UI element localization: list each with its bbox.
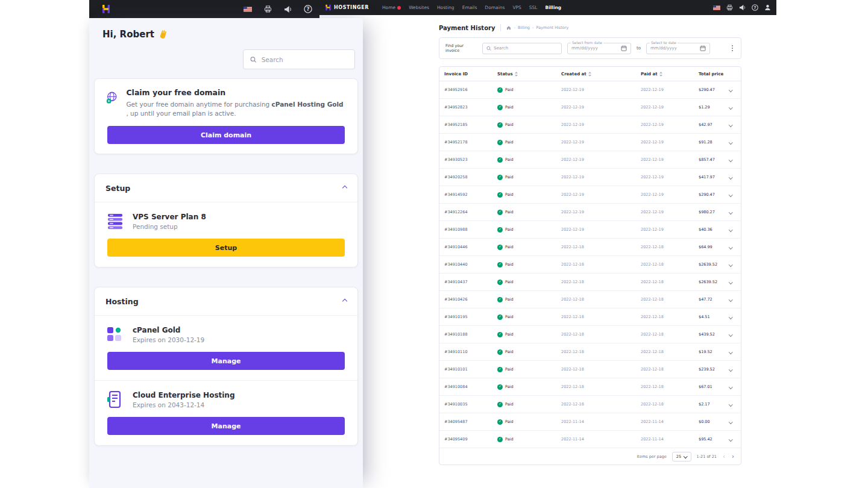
date-to-input[interactable]: Select to date mm/dd/yyyy — [646, 43, 710, 54]
expand-row-button[interactable] — [725, 228, 736, 231]
expand-row-button[interactable] — [725, 281, 736, 284]
calendar-icon — [700, 45, 706, 51]
expand-row-button[interactable] — [725, 386, 736, 389]
chevron-down-icon — [729, 298, 732, 301]
svg-text:?: ? — [306, 6, 309, 12]
created-at: 2022-12-18 — [561, 332, 641, 337]
nav-ssl[interactable]: SSL — [529, 5, 538, 10]
paid-at: 2022-12-18 — [641, 245, 699, 249]
expand-row-button[interactable] — [725, 176, 736, 179]
breadcrumb: › Billing › Payment History — [500, 24, 568, 31]
expand-row-button[interactable] — [725, 211, 736, 214]
col-total-price: Total price — [699, 72, 725, 77]
pagination-range: 1-21 of 21 — [697, 454, 717, 459]
date-to-value: mm/dd/yyyy — [650, 46, 677, 51]
page-size-select[interactable]: 25 — [672, 452, 691, 461]
announcements-button[interactable] — [284, 5, 292, 13]
col-created-at[interactable]: Created at — [561, 72, 641, 77]
profile-icon — [764, 4, 771, 11]
expand-row-button[interactable] — [725, 351, 736, 354]
total-price: $2639.52 — [699, 280, 725, 284]
col-status[interactable]: Status — [497, 72, 561, 77]
invoice-filter-bar: Find your invoice Select from date mm/dd… — [439, 37, 741, 59]
setup-button[interactable]: Setup — [107, 239, 345, 257]
expand-row-button[interactable] — [725, 141, 736, 144]
created-at: 2022-12-18 — [561, 262, 641, 267]
paid-at: 2022-12-19 — [641, 210, 699, 214]
manage-cpanel-button[interactable]: Manage — [107, 352, 345, 370]
help-button[interactable]: ? — [752, 4, 758, 11]
paid-at: 2022-12-18 — [641, 280, 699, 284]
status-badge: ✓Paid — [497, 367, 561, 372]
paid-at: 2022-12-18 — [641, 314, 699, 319]
hosting-item-cloud-enterprise: Cloud Enterprise Hosting Expires on 2043… — [95, 380, 357, 445]
hosting-accordion-header[interactable]: Hosting — [95, 287, 357, 316]
nav-home[interactable]: Home — [382, 5, 401, 10]
nav-vps[interactable]: VPS — [512, 5, 521, 10]
dashboard-search-field[interactable] — [262, 56, 348, 63]
status-badge: ✓Paid — [497, 140, 561, 145]
next-page-button[interactable]: › — [731, 454, 735, 460]
status-badge: ✓Paid — [497, 402, 561, 407]
expand-row-button[interactable] — [725, 158, 736, 161]
expand-row-button[interactable] — [725, 421, 736, 424]
expand-row-button[interactable] — [725, 298, 736, 301]
expand-row-button[interactable] — [725, 263, 736, 266]
nav-websites[interactable]: Websites — [409, 5, 429, 10]
hosting-item-expiry: Expires on 2043-12-14 — [133, 401, 235, 408]
table-footer: Items per page 25 1-21 of 21 ‹ › — [439, 448, 741, 465]
profile-button[interactable] — [764, 4, 771, 11]
status-badge: ✓Paid — [497, 297, 561, 302]
language-flag-button[interactable] — [244, 7, 252, 12]
created-at: 2022-12-19 — [561, 210, 641, 214]
expand-row-button[interactable] — [725, 438, 736, 441]
status-badge: ✓Paid — [497, 384, 561, 390]
invoice-search-input[interactable] — [482, 43, 562, 54]
status-badge: ✓Paid — [497, 122, 561, 128]
expand-row-button[interactable] — [725, 316, 736, 319]
expand-row-button[interactable] — [725, 246, 736, 249]
manage-cloud-button[interactable]: Manage — [107, 417, 345, 435]
printer-button[interactable] — [264, 5, 272, 13]
claim-domain-button[interactable]: Claim domain — [107, 126, 345, 144]
expand-row-button[interactable] — [725, 333, 736, 336]
chevron-down-icon — [729, 385, 732, 389]
breadcrumb-billing[interactable]: Billing — [518, 25, 530, 30]
printer-button[interactable] — [726, 4, 733, 11]
status-badge: ✓Paid — [497, 280, 561, 285]
setup-accordion-header[interactable]: Setup — [95, 174, 357, 202]
expand-row-button[interactable] — [725, 193, 736, 196]
hostinger-logo-icon[interactable] — [101, 4, 111, 14]
status-badge: ✓Paid — [497, 419, 561, 425]
more-options-button[interactable] — [730, 43, 735, 53]
help-button[interactable]: ? — [304, 5, 312, 13]
created-at: 2022-12-18 — [561, 297, 641, 302]
expand-row-button[interactable] — [725, 89, 736, 92]
home-icon[interactable] — [506, 25, 511, 30]
nav-domains[interactable]: Domains — [485, 5, 505, 10]
setup-card: Setup — [94, 174, 358, 267]
paid-at: 2022-12-18 — [641, 384, 699, 389]
chevron-down-icon — [729, 437, 732, 441]
check-icon: ✓ — [497, 367, 503, 372]
total-price: $42.97 — [699, 122, 725, 127]
check-icon: ✓ — [497, 105, 503, 110]
nav-billing[interactable]: Billing — [546, 5, 562, 10]
expand-row-button[interactable] — [725, 403, 736, 406]
nav-hosting[interactable]: Hosting — [437, 5, 454, 10]
announcements-button[interactable] — [739, 4, 746, 11]
find-invoice-label: Find your invoice — [445, 43, 477, 53]
col-paid-at[interactable]: Paid at — [641, 72, 699, 77]
paid-at: 2022-12-19 — [641, 140, 699, 145]
expand-row-button[interactable] — [725, 368, 736, 371]
expand-row-button[interactable] — [725, 124, 736, 127]
prev-page-button[interactable]: ‹ — [722, 454, 726, 460]
dashboard-search-input[interactable] — [243, 49, 355, 69]
language-flag-button[interactable] — [713, 5, 720, 10]
printer-icon — [264, 5, 272, 13]
invoice-search-field[interactable] — [494, 46, 558, 51]
date-from-input[interactable]: Select from date mm/dd/yyyy — [567, 43, 631, 54]
nav-emails[interactable]: Emails — [462, 5, 477, 10]
paid-at: 2022-12-19 — [641, 192, 699, 197]
expand-row-button[interactable] — [725, 106, 736, 109]
